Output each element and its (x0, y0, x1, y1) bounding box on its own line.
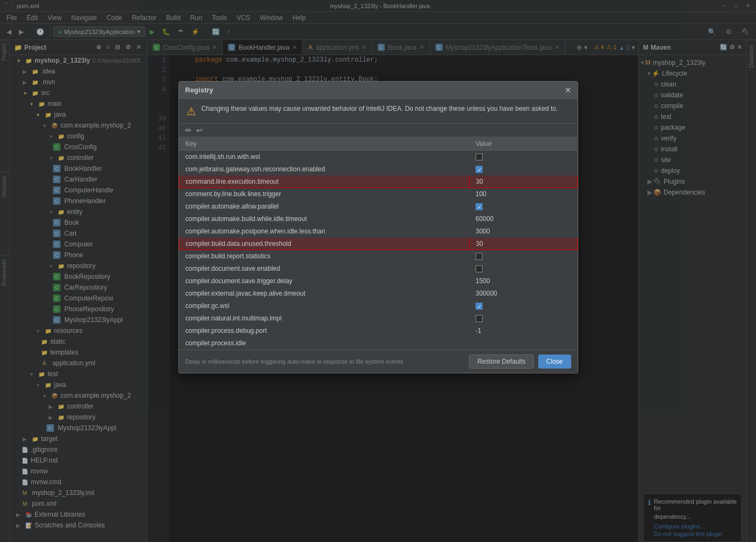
dialog-overlay: Registry ✕ ⚠ Changing these values may c… (0, 0, 756, 542)
dialog-title-label: Registry (185, 86, 213, 94)
value-cell: -1 (469, 325, 577, 337)
warning-icon: ⚠ (186, 105, 196, 118)
table-row[interactable]: compiler.external.javac.keep.alive.timeo… (179, 287, 577, 300)
checkbox-unchecked-4[interactable] (476, 315, 483, 322)
value-cell: 1500 (469, 275, 577, 287)
dialog-table-area[interactable]: Key Value com.intellij.sh.run.with.wsl c… (179, 137, 578, 350)
dialog-title-bar: Registry ✕ (179, 82, 578, 99)
edit-icon[interactable]: ✏ (185, 126, 192, 135)
close-dialog-button[interactable]: Close (538, 354, 571, 369)
value-cell: 3000 (469, 225, 577, 238)
checkbox-unchecked-3[interactable] (476, 265, 483, 272)
table-row[interactable]: compiler.gc.wsl (179, 300, 577, 312)
dialog-toolbar: ✏ ↩ (179, 124, 578, 137)
dialog-table: Key Value com.intellij.sh.run.with.wsl c… (179, 137, 578, 350)
dialog-hint: Delay in milliseconds before triggering … (185, 358, 404, 365)
key-cell: com.jetbrains.gateway.ssh.reconnection.e… (179, 163, 469, 176)
table-row[interactable]: compiler.natural.int.multimap.impl (179, 312, 577, 325)
value-cell: 60000 (469, 213, 577, 225)
table-row[interactable]: compiler.build.report.statistics (179, 250, 577, 263)
table-row[interactable]: compiler.automake.allow.parallel (179, 200, 577, 213)
key-cell: compiler.external.javac.keep.alive.timeo… (179, 287, 469, 300)
table-row[interactable]: compiler.automake.build.while.idle.timeo… (179, 213, 577, 225)
key-cell: compiler.process.idle (179, 337, 469, 350)
key-cell: compiler.document.save.enabled (179, 263, 469, 275)
key-cell: compiler.build.report.statistics (179, 250, 469, 263)
value-cell (469, 312, 577, 325)
dialog-buttons: Restore Defaults Close (469, 354, 571, 369)
key-cell: compiler.automake.build.while.idle.timeo… (179, 213, 469, 225)
warning-text: Changing these values may cause unwanted… (202, 104, 558, 113)
key-cell: compiler.gc.wsl (179, 300, 469, 312)
value-cell (469, 200, 577, 213)
value-cell (469, 163, 577, 176)
key-cell: compiler.document.save.trigger.delay (179, 275, 469, 287)
table-row[interactable]: compiler.process.idle (179, 337, 577, 350)
restore-defaults-button[interactable]: Restore Defaults (469, 354, 533, 369)
value-cell: 30 (469, 238, 577, 250)
key-cell: compiler.natural.int.multimap.impl (179, 312, 469, 325)
table-row[interactable]: compiler.process.debug.port -1 (179, 325, 577, 337)
value-cell: 30 (469, 176, 577, 188)
value-cell (469, 151, 577, 163)
dialog-warning: ⚠ Changing these values may cause unwant… (179, 99, 578, 124)
checkbox-checked-3[interactable] (476, 303, 483, 310)
table-row[interactable]: compiler.automake.postpone.when.idle.les… (179, 225, 577, 238)
col-key: Key (179, 137, 469, 151)
value-cell: 100 (469, 188, 577, 200)
key-cell: com.intellij.sh.run.with.wsl (179, 151, 469, 163)
table-row-highlighted-2[interactable]: compiler.build.data.unused.threshold 30 (179, 238, 577, 250)
undo-icon[interactable]: ↩ (196, 126, 203, 135)
table-row[interactable]: compiler.document.save.trigger.delay 150… (179, 275, 577, 287)
table-row[interactable]: com.intellij.sh.run.with.wsl (179, 151, 577, 163)
table-row[interactable]: com.jetbrains.gateway.ssh.reconnection.e… (179, 163, 577, 176)
checkbox-unchecked-2[interactable] (476, 253, 483, 260)
registry-dialog: Registry ✕ ⚠ Changing these values may c… (178, 81, 578, 373)
key-cell: command.line.execution.timeout (179, 176, 469, 188)
table-row[interactable]: compiler.document.save.enabled (179, 263, 577, 275)
dialog-close-button[interactable]: ✕ (565, 86, 571, 95)
key-cell: compiler.automake.allow.parallel (179, 200, 469, 213)
dialog-table-body: com.intellij.sh.run.with.wsl com.jetbrai… (179, 151, 577, 350)
value-cell (469, 337, 577, 350)
checkbox-checked-2[interactable] (476, 203, 483, 210)
value-cell (469, 300, 577, 312)
key-cell: compiler.build.data.unused.threshold (179, 238, 469, 250)
checkbox-checked[interactable] (476, 166, 483, 173)
checkbox-unchecked[interactable] (476, 153, 483, 160)
dialog-footer: Delay in milliseconds before triggering … (179, 350, 578, 373)
table-row-highlighted-1[interactable]: command.line.execution.timeout 30 (179, 176, 577, 188)
key-cell: comment.by.line.bulk.lines.trigger (179, 188, 469, 200)
col-value: Value (469, 137, 577, 151)
table-row[interactable]: comment.by.line.bulk.lines.trigger 100 (179, 188, 577, 200)
key-cell: compiler.automake.postpone.when.idle.les… (179, 225, 469, 238)
key-cell: compiler.process.debug.port (179, 325, 469, 337)
value-cell: 300000 (469, 287, 577, 300)
value-cell (469, 250, 577, 263)
value-cell (469, 263, 577, 275)
dialog-table-head: Key Value (179, 137, 577, 151)
